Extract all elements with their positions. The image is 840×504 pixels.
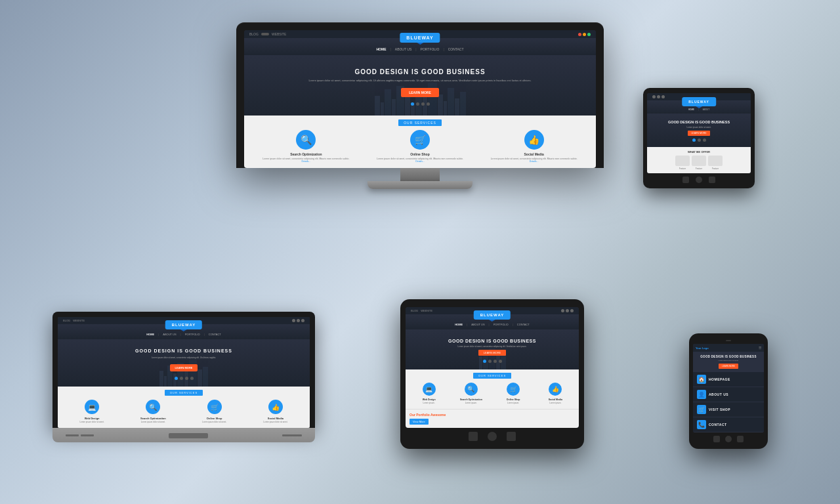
nav-about: ABOUT US: [395, 47, 411, 51]
tablet-service-social: 👍 Social Media Lorem ipsum.: [536, 383, 575, 405]
small-tablet-screen: BLUEWAY HOME | ABOUT GOOD DESIGN IS GOOD…: [647, 93, 751, 173]
hero-title: GOOD DESIGN IS GOOD BUSINESS: [254, 68, 586, 75]
small-tablet-svc1: Feature: [675, 156, 690, 170]
phone-hero: GOOD DESIGN IS GOOD BUSINESS Lorem ipsum…: [693, 352, 764, 372]
service-search-link[interactable]: Details...: [251, 160, 362, 163]
phone-menu-shop[interactable]: 🛒 VISIT SHOP: [693, 402, 764, 417]
search-icon: 🔍: [296, 130, 316, 150]
topbar-dots: [578, 33, 591, 36]
laptop-nav-home: HOME: [146, 333, 154, 336]
tablet-services-grid: 💻 Web Design Lorem ipsum. 🔍 Search Optim…: [410, 383, 575, 405]
laptop-hero-button[interactable]: LEARN MORE: [170, 364, 198, 371]
laptop-blog: BLOG: [63, 319, 70, 322]
laptop-shop-title: Online Shop: [186, 417, 243, 420]
topbar-website: WEBSITE: [272, 32, 287, 36]
tablet-screen: BLOG WEBSITE BLUEWAY HOME |: [406, 307, 579, 428]
laptop-logo: BLUEWAY: [165, 320, 202, 329]
monitor-website: BLOG WEBSITE: [244, 30, 596, 168]
tablet-portfolio-btn[interactable]: View More: [410, 419, 429, 425]
small-tablet-what-we-offer: WHAT WE OFFER: [650, 150, 747, 154]
laptop-service-web: 💻 Web Design Lorem ipsum dolor sit amet.: [63, 400, 121, 424]
laptop-vent: [66, 434, 94, 436]
phone-contact-label: CONTACT: [709, 423, 727, 427]
nav-sep2: |: [415, 47, 416, 51]
topbar-toggle: [261, 32, 269, 36]
tablet-back-btn: [469, 432, 478, 441]
phone-hero-btn[interactable]: LEARN MORE: [719, 364, 738, 369]
laptop-services-title: OUR SERVICES: [63, 390, 304, 394]
service-search: 🔍 Search Optimization Lorem ipsum dolor …: [251, 130, 362, 163]
phone-menu-contact[interactable]: 📞 CONTACT: [693, 417, 764, 432]
laptop-hero-dots: [64, 377, 303, 380]
small-tablet-hero-dots: [651, 138, 747, 142]
small-tablet-hero-title: GOOD DESIGN IS GOOD BUSINESS: [651, 120, 747, 124]
service-shop-title: Online Shop: [365, 152, 476, 156]
hero-button[interactable]: LEARN MORE: [401, 88, 439, 97]
nav-contact: CONTACT: [448, 47, 464, 51]
site-logo: BLUEWAY: [400, 33, 440, 43]
monitor-base: [368, 181, 472, 189]
laptop-search-text: Lorem ipsum dolor sit amet.: [124, 421, 182, 424]
phone-screen: Your Logo ☰ GOOD DESIGN IS GOOD BUSINESS…: [693, 344, 764, 432]
phone-home-bar: [693, 436, 764, 442]
laptop-search-icon: 🔍: [146, 400, 160, 414]
tablet-hero-button[interactable]: LEARN MORE: [478, 350, 506, 356]
laptop-service-social: 👍 Social Media Lorem ipsum dolor sit ame…: [247, 400, 304, 424]
tablet-service-web: 💻 Web Design Lorem ipsum.: [410, 383, 448, 405]
laptop-social-text: Lorem ipsum dolor sit amet.: [247, 421, 304, 424]
laptop-service-shop: 🛒 Online Shop Lorem ipsum dolor sit amet…: [186, 400, 243, 424]
laptop-dots: [292, 319, 304, 322]
monitor-stand: [236, 168, 604, 189]
small-tablet-svc2: Feature: [692, 156, 706, 170]
site-services: OUR SERVICES 🔍 Search Optimization Lorem…: [244, 116, 596, 169]
laptop-screen: BLOG WEBSITE BLUEWAY HOME |: [58, 317, 310, 428]
phone-menu-icon-bar: ☰: [759, 346, 761, 350]
small-tablet-hero-btn[interactable]: LEARN MORE: [688, 131, 709, 136]
tablet-search-icon: 🔍: [465, 383, 478, 396]
tablet-social-icon: 👍: [549, 383, 562, 396]
laptop-nav: BLUEWAY HOME | ABOUT US | PORTFOLIO | CO…: [58, 324, 310, 339]
services-title-badge: OUR SERVICES: [398, 119, 442, 126]
service-shop-link[interactable]: Details...: [365, 160, 476, 163]
tablet-frame: BLOG WEBSITE BLUEWAY HOME |: [400, 299, 584, 449]
service-search-title: Search Optimization: [251, 152, 362, 156]
laptop-shop-icon: 🛒: [207, 400, 222, 414]
hero-text: Lorem ipsum dolor sit amet, consectetur …: [254, 79, 586, 83]
phone-recent-btn: [737, 436, 744, 442]
nav-home: HOME: [376, 47, 386, 51]
small-tablet-btn2: [696, 177, 702, 183]
tablet-services-title: OUR SERVICES: [410, 373, 575, 377]
phone-about-icon: 👤: [697, 390, 706, 399]
laptop-web-title: Web Design: [63, 417, 121, 420]
laptop-nav-about: ABOUT US: [163, 333, 176, 336]
tablet-hero-title: GOOD DESIGN IS GOOD BUSINESS: [411, 339, 574, 343]
tablet-search-text: Lorem ipsum.: [452, 402, 490, 405]
small-tablet-logo: BLUEWAY: [682, 97, 716, 106]
tablet-search-title: Search Optimization: [452, 398, 490, 401]
phone-menu-home[interactable]: 🏠 HOMEPAGE: [693, 372, 764, 387]
services-title: OUR SERVICES: [251, 121, 589, 125]
service-social-link[interactable]: Details...: [478, 160, 589, 163]
phone-menu-about[interactable]: 👤 ABOUT US: [693, 387, 764, 402]
tablet-nav: BLUEWAY HOME | ABOUT US | PORTFOLIO | CO…: [406, 314, 579, 329]
tablet-web-icon: 💻: [423, 383, 436, 396]
laptop-service-search: 🔍 Search Optimization Lorem ipsum dolor …: [124, 400, 182, 424]
phone-contact-icon: 📞: [697, 420, 706, 429]
monitor-screen: BLOG WEBSITE: [244, 30, 596, 168]
small-tablet-btn1: [682, 177, 689, 183]
tablet-hero-text: Lorem ipsum dolor sit amet, consectetur …: [411, 345, 574, 348]
phone-menu: 🏠 HOMEPAGE 👤 ABOUT US 🛒 VISIT SHOP: [693, 372, 764, 432]
tablet-social-text: Lorem ipsum.: [536, 402, 575, 405]
phone-home-icon: 🏠: [697, 375, 706, 384]
phone-back-btn: [713, 436, 720, 442]
social-icon: 👍: [524, 130, 544, 150]
tablet-web-title: Web Design: [410, 398, 448, 401]
phone-device: Your Logo ☰ GOOD DESIGN IS GOOD BUSINESS…: [689, 333, 768, 449]
laptop-hero: GOOD DESIGN IS GOOD BUSINESS Lorem ipsum…: [58, 339, 310, 387]
laptop-hero-title: GOOD DESIGN IS GOOD BUSINESS: [64, 348, 303, 353]
service-shop: 🛒 Online Shop Lorem ipsum dolor sit amet…: [365, 130, 476, 163]
small-tablet-svc3: Feature: [708, 156, 723, 170]
small-tablet-service-grid: Feature Feature Feature: [650, 156, 747, 170]
phone-frame: Your Logo ☰ GOOD DESIGN IS GOOD BUSINESS…: [689, 333, 768, 449]
laptop-frame: BLOG WEBSITE BLUEWAY HOME |: [52, 312, 315, 428]
